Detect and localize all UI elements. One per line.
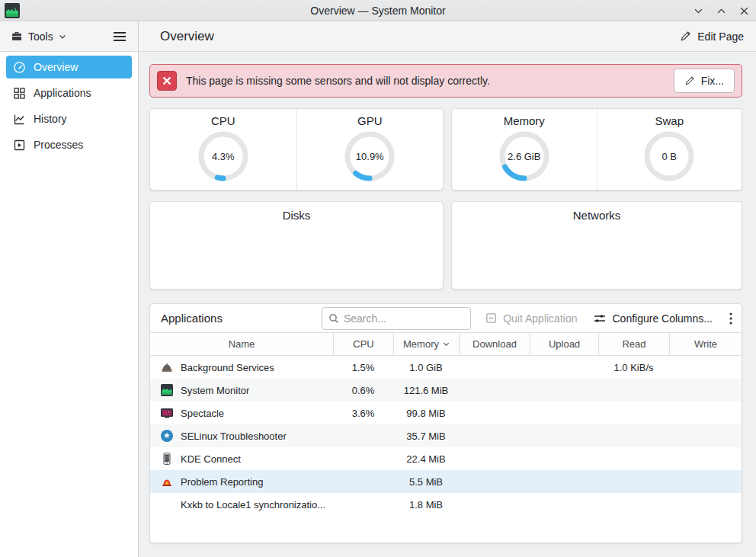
gpu-gauge: 10.9% [344, 131, 395, 181]
missing-sensors-banner: This page is missing some sensors and wi… [149, 64, 742, 98]
grid-icon [13, 87, 26, 100]
fix-button[interactable]: Fix... [674, 69, 735, 93]
sidebar-item-label: Processes [34, 139, 83, 151]
memory-swap-card: Memory 2.6 GiB Swap 0 B [451, 108, 742, 190]
table-row[interactable]: Problem Reporting 5.5 MiB [150, 470, 742, 493]
cpu-sensor: CPU 4.3% [150, 109, 296, 190]
quit-application-button[interactable]: Quit Application [485, 312, 577, 325]
hamburger-menu-button[interactable] [112, 30, 127, 43]
hamburger-icon [112, 30, 127, 43]
banner-message: This page is missing some sensors and wi… [186, 75, 490, 87]
search-box[interactable] [322, 307, 471, 330]
memory-cell: 35.7 MiB [393, 431, 459, 442]
sidebar-item-overview[interactable]: Overview [6, 56, 132, 78]
sidebar-item-label: Overview [34, 61, 78, 73]
memory-cell: 1.0 GiB [393, 362, 459, 373]
table-row[interactable]: Background Services 1.5% 1.0 GiB 1.0 KiB… [150, 356, 742, 379]
system-monitor-app-icon [5, 3, 20, 18]
cpu-gpu-card: CPU 4.3% GPU 10.9% [149, 108, 444, 190]
chevron-down-icon [59, 33, 66, 40]
window-title: Overview — System Monitor [0, 5, 756, 17]
configure-columns-button[interactable]: Configure Columns... [594, 312, 713, 325]
main-content: This page is missing some sensors and wi… [139, 52, 756, 557]
networks-card: Networks [451, 201, 742, 290]
memory-cell: 5.5 MiB [393, 476, 459, 488]
configure-columns-icon [594, 313, 606, 324]
tools-menu-button[interactable]: Tools [11, 30, 66, 43]
column-header-name[interactable]: Name [150, 333, 333, 355]
system-monitor-window: Overview — System Monitor Tools [0, 0, 756, 557]
cpu-cell: 0.6% [333, 385, 393, 396]
column-header-read[interactable]: Read [598, 333, 669, 355]
error-icon [157, 71, 177, 91]
speedometer-icon [13, 61, 26, 74]
memory-cell: 99.8 MiB [393, 408, 459, 419]
tools-label: Tools [28, 30, 53, 43]
table-row[interactable]: Spectacle 3.6% 99.8 MiB [150, 402, 742, 424]
swap-gauge: 0 B [644, 131, 694, 181]
processes-icon [13, 139, 26, 152]
edit-page-label: Edit Page [697, 30, 744, 43]
column-header-write[interactable]: Write [669, 333, 742, 355]
titlebar[interactable]: Overview — System Monitor [0, 0, 756, 21]
read-cell: 1.0 KiB/s [598, 362, 669, 373]
sensor-value: 4.3% [198, 131, 248, 181]
overflow-menu-button[interactable] [729, 312, 732, 325]
search-icon [328, 313, 339, 324]
app-name: Spectacle [181, 408, 224, 419]
pencil-icon [684, 75, 695, 86]
app-name: System Monitor [181, 385, 249, 396]
edit-page-button[interactable]: Edit Page [680, 30, 744, 43]
cpu-gauge: 4.3% [198, 131, 248, 181]
sort-chevron-down-icon [443, 341, 450, 347]
quit-application-icon [485, 312, 497, 324]
sidebar-item-applications[interactable]: Applications [6, 82, 132, 104]
sidebar: Overview Applications History Processes [0, 52, 139, 557]
column-header-upload[interactable]: Upload [530, 333, 598, 355]
quit-application-label: Quit Application [503, 312, 577, 325]
pencil-icon [680, 30, 691, 42]
column-header-cpu[interactable]: CPU [333, 333, 393, 355]
sensor-label: Memory [504, 114, 545, 127]
app-name: Problem Reporting [181, 476, 263, 488]
configure-columns-label: Configure Columns... [612, 312, 713, 325]
history-chart-icon [13, 113, 26, 126]
memory-cell: 121.6 MiB [393, 385, 459, 396]
table-row[interactable]: System Monitor 0.6% 121.6 MiB [150, 379, 742, 402]
sidebar-item-label: History [34, 113, 67, 125]
search-input[interactable] [344, 312, 464, 325]
sidebar-item-history[interactable]: History [6, 107, 132, 130]
sensor-value: 10.9% [344, 131, 395, 181]
background-services-icon [160, 360, 174, 374]
app-name: Background Services [181, 362, 274, 373]
minimize-button[interactable] [692, 5, 704, 17]
networks-title: Networks [452, 202, 742, 222]
maximize-button[interactable] [715, 5, 727, 17]
app-name: KDE Connect [181, 453, 241, 465]
column-header-download[interactable]: Download [459, 333, 530, 355]
table-row[interactable]: Kxkb to Locale1 synchronizatio... 1.8 Mi… [150, 493, 742, 516]
problem-reporting-icon [160, 475, 174, 488]
spectacle-icon [160, 406, 174, 420]
close-button[interactable] [738, 5, 750, 17]
memory-sensor: Memory 2.6 GiB [452, 109, 597, 190]
sensor-label: CPU [211, 114, 235, 127]
kde-connect-icon [160, 452, 174, 466]
swap-sensor: Swap 0 B [597, 109, 742, 190]
sensor-value: 2.6 GiB [499, 131, 549, 181]
column-header-memory[interactable]: Memory [393, 333, 459, 355]
app-name: SELinux Troubleshooter [181, 431, 287, 442]
sidebar-item-processes[interactable]: Processes [6, 133, 132, 156]
memory-cell: 22.4 MiB [393, 453, 459, 465]
selinux-troubleshooter-icon [160, 429, 174, 443]
page-title: Overview [160, 29, 214, 44]
toolbar: Tools Overview Edit Page [0, 21, 756, 52]
briefcase-icon [11, 30, 23, 43]
table-row[interactable]: KDE Connect 22.4 MiB [150, 447, 742, 470]
table-row[interactable]: SELinux Troubleshooter 35.7 MiB [150, 424, 742, 447]
sensor-label: GPU [357, 114, 383, 127]
gpu-sensor: GPU 10.9% [296, 109, 444, 190]
disks-title: Disks [150, 202, 443, 222]
system-monitor-icon [160, 383, 174, 397]
sensor-value: 0 B [644, 131, 694, 181]
